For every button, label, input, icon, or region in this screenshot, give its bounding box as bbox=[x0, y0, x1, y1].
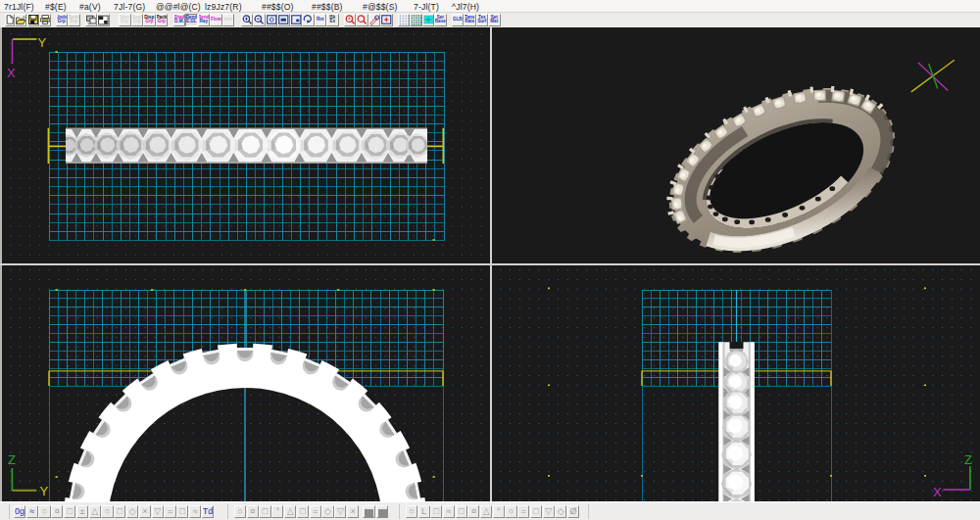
svg-text:Y: Y bbox=[40, 484, 49, 498]
svg-text:Z: Z bbox=[964, 452, 972, 467]
svg-text:X: X bbox=[933, 485, 942, 499]
svg-text:Y: Y bbox=[38, 35, 47, 50]
svg-text:Z: Z bbox=[8, 452, 16, 467]
svg-text:X: X bbox=[7, 66, 16, 80]
